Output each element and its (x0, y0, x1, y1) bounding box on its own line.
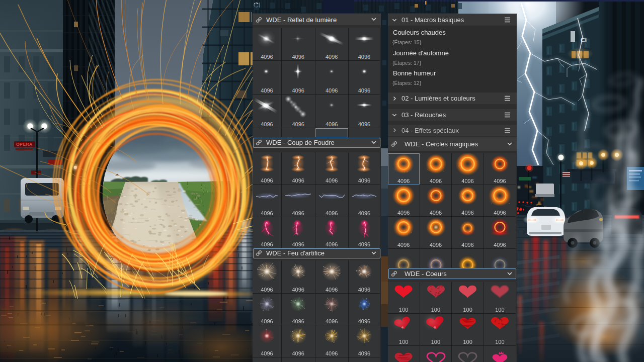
svg-text:OPERA: OPERA (16, 142, 33, 147)
